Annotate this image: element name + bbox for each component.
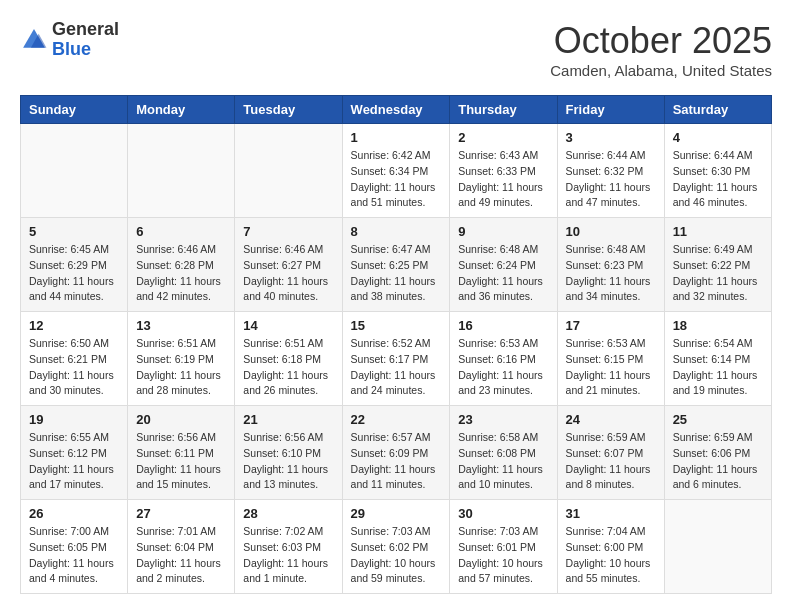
day-info: Sunrise: 6:59 AMSunset: 6:06 PMDaylight:… bbox=[673, 430, 763, 493]
day-number: 24 bbox=[566, 412, 656, 427]
week-row-5: 26Sunrise: 7:00 AMSunset: 6:05 PMDayligh… bbox=[21, 500, 772, 594]
logo-general-text: General bbox=[52, 20, 119, 40]
calendar-cell: 25Sunrise: 6:59 AMSunset: 6:06 PMDayligh… bbox=[664, 406, 771, 500]
day-number: 6 bbox=[136, 224, 226, 239]
calendar-cell: 8Sunrise: 6:47 AMSunset: 6:25 PMDaylight… bbox=[342, 218, 450, 312]
day-number: 13 bbox=[136, 318, 226, 333]
calendar-cell: 13Sunrise: 6:51 AMSunset: 6:19 PMDayligh… bbox=[128, 312, 235, 406]
calendar-cell: 29Sunrise: 7:03 AMSunset: 6:02 PMDayligh… bbox=[342, 500, 450, 594]
day-info: Sunrise: 7:02 AMSunset: 6:03 PMDaylight:… bbox=[243, 524, 333, 587]
day-number: 16 bbox=[458, 318, 548, 333]
week-row-2: 5Sunrise: 6:45 AMSunset: 6:29 PMDaylight… bbox=[21, 218, 772, 312]
day-info: Sunrise: 6:58 AMSunset: 6:08 PMDaylight:… bbox=[458, 430, 548, 493]
day-info: Sunrise: 6:46 AMSunset: 6:27 PMDaylight:… bbox=[243, 242, 333, 305]
day-number: 31 bbox=[566, 506, 656, 521]
day-info: Sunrise: 6:55 AMSunset: 6:12 PMDaylight:… bbox=[29, 430, 119, 493]
day-info: Sunrise: 6:50 AMSunset: 6:21 PMDaylight:… bbox=[29, 336, 119, 399]
calendar-cell: 14Sunrise: 6:51 AMSunset: 6:18 PMDayligh… bbox=[235, 312, 342, 406]
day-number: 19 bbox=[29, 412, 119, 427]
day-info: Sunrise: 6:56 AMSunset: 6:11 PMDaylight:… bbox=[136, 430, 226, 493]
calendar-cell: 9Sunrise: 6:48 AMSunset: 6:24 PMDaylight… bbox=[450, 218, 557, 312]
weekday-header-thursday: Thursday bbox=[450, 96, 557, 124]
day-info: Sunrise: 6:52 AMSunset: 6:17 PMDaylight:… bbox=[351, 336, 442, 399]
location: Camden, Alabama, United States bbox=[550, 62, 772, 79]
day-number: 14 bbox=[243, 318, 333, 333]
calendar-cell: 23Sunrise: 6:58 AMSunset: 6:08 PMDayligh… bbox=[450, 406, 557, 500]
day-number: 18 bbox=[673, 318, 763, 333]
calendar-cell: 15Sunrise: 6:52 AMSunset: 6:17 PMDayligh… bbox=[342, 312, 450, 406]
day-number: 1 bbox=[351, 130, 442, 145]
calendar-cell: 28Sunrise: 7:02 AMSunset: 6:03 PMDayligh… bbox=[235, 500, 342, 594]
day-info: Sunrise: 7:04 AMSunset: 6:00 PMDaylight:… bbox=[566, 524, 656, 587]
day-number: 7 bbox=[243, 224, 333, 239]
weekday-header-saturday: Saturday bbox=[664, 96, 771, 124]
day-number: 11 bbox=[673, 224, 763, 239]
weekday-header-monday: Monday bbox=[128, 96, 235, 124]
day-info: Sunrise: 7:01 AMSunset: 6:04 PMDaylight:… bbox=[136, 524, 226, 587]
calendar-cell: 11Sunrise: 6:49 AMSunset: 6:22 PMDayligh… bbox=[664, 218, 771, 312]
day-info: Sunrise: 6:54 AMSunset: 6:14 PMDaylight:… bbox=[673, 336, 763, 399]
calendar-cell: 30Sunrise: 7:03 AMSunset: 6:01 PMDayligh… bbox=[450, 500, 557, 594]
day-info: Sunrise: 6:45 AMSunset: 6:29 PMDaylight:… bbox=[29, 242, 119, 305]
month-title: October 2025 bbox=[550, 20, 772, 62]
calendar-cell bbox=[21, 124, 128, 218]
calendar-cell: 20Sunrise: 6:56 AMSunset: 6:11 PMDayligh… bbox=[128, 406, 235, 500]
calendar-cell: 18Sunrise: 6:54 AMSunset: 6:14 PMDayligh… bbox=[664, 312, 771, 406]
day-info: Sunrise: 6:53 AMSunset: 6:16 PMDaylight:… bbox=[458, 336, 548, 399]
calendar-cell: 27Sunrise: 7:01 AMSunset: 6:04 PMDayligh… bbox=[128, 500, 235, 594]
day-info: Sunrise: 6:49 AMSunset: 6:22 PMDaylight:… bbox=[673, 242, 763, 305]
day-number: 9 bbox=[458, 224, 548, 239]
day-number: 20 bbox=[136, 412, 226, 427]
day-number: 2 bbox=[458, 130, 548, 145]
calendar-cell bbox=[664, 500, 771, 594]
day-info: Sunrise: 6:59 AMSunset: 6:07 PMDaylight:… bbox=[566, 430, 656, 493]
day-number: 5 bbox=[29, 224, 119, 239]
logo-icon bbox=[20, 26, 48, 54]
day-number: 29 bbox=[351, 506, 442, 521]
header-row: SundayMondayTuesdayWednesdayThursdayFrid… bbox=[21, 96, 772, 124]
calendar-cell: 6Sunrise: 6:46 AMSunset: 6:28 PMDaylight… bbox=[128, 218, 235, 312]
day-number: 3 bbox=[566, 130, 656, 145]
logo: General Blue bbox=[20, 20, 119, 60]
calendar-cell: 21Sunrise: 6:56 AMSunset: 6:10 PMDayligh… bbox=[235, 406, 342, 500]
weekday-header-sunday: Sunday bbox=[21, 96, 128, 124]
calendar-cell: 5Sunrise: 6:45 AMSunset: 6:29 PMDaylight… bbox=[21, 218, 128, 312]
day-info: Sunrise: 6:57 AMSunset: 6:09 PMDaylight:… bbox=[351, 430, 442, 493]
calendar-table: SundayMondayTuesdayWednesdayThursdayFrid… bbox=[20, 95, 772, 594]
calendar-cell: 10Sunrise: 6:48 AMSunset: 6:23 PMDayligh… bbox=[557, 218, 664, 312]
day-number: 21 bbox=[243, 412, 333, 427]
day-number: 27 bbox=[136, 506, 226, 521]
day-info: Sunrise: 6:44 AMSunset: 6:30 PMDaylight:… bbox=[673, 148, 763, 211]
calendar-cell: 2Sunrise: 6:43 AMSunset: 6:33 PMDaylight… bbox=[450, 124, 557, 218]
day-number: 22 bbox=[351, 412, 442, 427]
calendar-cell: 1Sunrise: 6:42 AMSunset: 6:34 PMDaylight… bbox=[342, 124, 450, 218]
day-number: 17 bbox=[566, 318, 656, 333]
day-info: Sunrise: 6:43 AMSunset: 6:33 PMDaylight:… bbox=[458, 148, 548, 211]
calendar-cell bbox=[235, 124, 342, 218]
day-info: Sunrise: 6:47 AMSunset: 6:25 PMDaylight:… bbox=[351, 242, 442, 305]
calendar-cell: 4Sunrise: 6:44 AMSunset: 6:30 PMDaylight… bbox=[664, 124, 771, 218]
day-info: Sunrise: 7:00 AMSunset: 6:05 PMDaylight:… bbox=[29, 524, 119, 587]
calendar-cell: 26Sunrise: 7:00 AMSunset: 6:05 PMDayligh… bbox=[21, 500, 128, 594]
day-info: Sunrise: 6:51 AMSunset: 6:19 PMDaylight:… bbox=[136, 336, 226, 399]
calendar-cell: 3Sunrise: 6:44 AMSunset: 6:32 PMDaylight… bbox=[557, 124, 664, 218]
day-info: Sunrise: 6:53 AMSunset: 6:15 PMDaylight:… bbox=[566, 336, 656, 399]
calendar-cell bbox=[128, 124, 235, 218]
page-header: General Blue October 2025 Camden, Alabam… bbox=[20, 20, 772, 79]
calendar-cell: 17Sunrise: 6:53 AMSunset: 6:15 PMDayligh… bbox=[557, 312, 664, 406]
weekday-header-friday: Friday bbox=[557, 96, 664, 124]
day-number: 8 bbox=[351, 224, 442, 239]
day-info: Sunrise: 6:48 AMSunset: 6:24 PMDaylight:… bbox=[458, 242, 548, 305]
calendar-cell: 24Sunrise: 6:59 AMSunset: 6:07 PMDayligh… bbox=[557, 406, 664, 500]
calendar-cell: 19Sunrise: 6:55 AMSunset: 6:12 PMDayligh… bbox=[21, 406, 128, 500]
day-number: 30 bbox=[458, 506, 548, 521]
day-number: 23 bbox=[458, 412, 548, 427]
day-number: 4 bbox=[673, 130, 763, 145]
day-number: 28 bbox=[243, 506, 333, 521]
day-number: 25 bbox=[673, 412, 763, 427]
week-row-4: 19Sunrise: 6:55 AMSunset: 6:12 PMDayligh… bbox=[21, 406, 772, 500]
calendar-cell: 31Sunrise: 7:04 AMSunset: 6:00 PMDayligh… bbox=[557, 500, 664, 594]
day-info: Sunrise: 6:51 AMSunset: 6:18 PMDaylight:… bbox=[243, 336, 333, 399]
day-info: Sunrise: 6:56 AMSunset: 6:10 PMDaylight:… bbox=[243, 430, 333, 493]
week-row-3: 12Sunrise: 6:50 AMSunset: 6:21 PMDayligh… bbox=[21, 312, 772, 406]
